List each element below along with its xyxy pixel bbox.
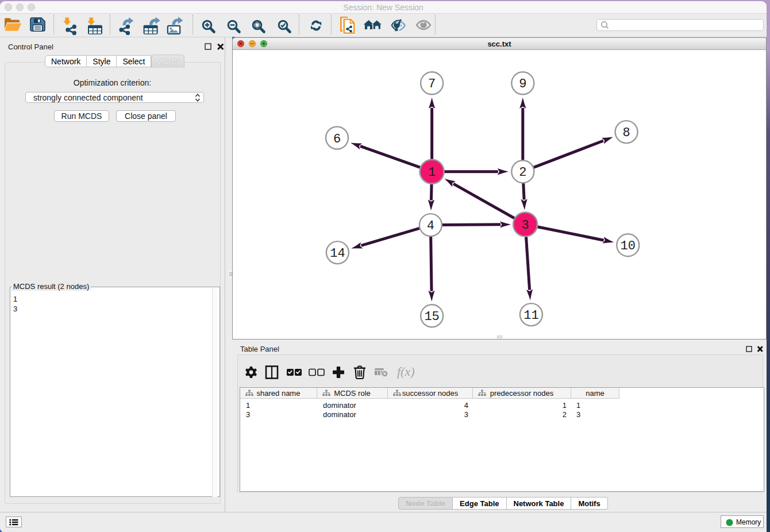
svg-text:2: 2 [519,165,526,180]
svg-text:10: 10 [621,239,636,253]
svg-text:4: 4 [427,219,434,233]
svg-text:6: 6 [333,132,341,147]
svg-text:8: 8 [622,126,630,140]
svg-text:9: 9 [519,77,526,91]
svg-text:f(x): f(x) [397,364,415,379]
svg-text:7: 7 [428,77,436,91]
svg-text:1: 1 [428,165,436,180]
svg-text:15: 15 [424,310,439,324]
svg-text:3: 3 [521,218,529,233]
svg-text:14: 14 [330,246,345,261]
svg-text:11: 11 [523,309,538,323]
